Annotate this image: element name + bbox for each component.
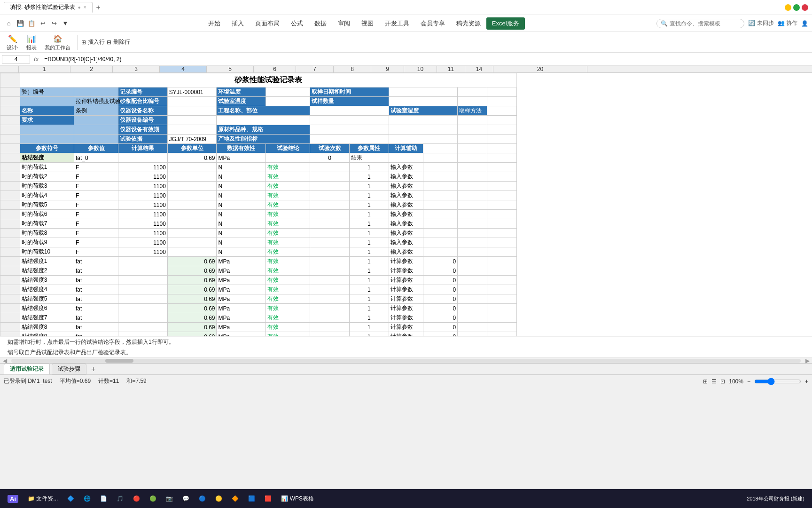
minimize-btn[interactable] (785, 4, 791, 11)
menu-insert[interactable]: 插入 (226, 17, 250, 30)
redo-icon[interactable]: ↪ (49, 18, 59, 29)
zoom-minus[interactable]: − (747, 378, 750, 385)
menu-excel-service[interactable]: Excel服务 (486, 17, 525, 30)
col-header-3[interactable]: 3 (113, 66, 160, 72)
menu-view[interactable]: 视图 (356, 17, 379, 30)
taskbar-file-btn[interactable]: 📁 文件资... (24, 493, 62, 505)
col-header-10[interactable]: 10 (404, 66, 437, 72)
cell-reference[interactable] (2, 55, 30, 64)
menu-formula[interactable]: 公式 (285, 17, 309, 30)
taskbar-app10[interactable]: 🟡 (211, 493, 226, 504)
scroll-track[interactable] (11, 359, 801, 363)
row-num[interactable] (0, 294, 20, 304)
delete-row-btn[interactable]: ⊟ 删除行 (107, 38, 130, 46)
col-header-1[interactable]: 1 (19, 66, 70, 72)
row-num[interactable] (0, 163, 20, 172)
row-num[interactable] (0, 182, 20, 191)
menu-review[interactable]: 审阅 (332, 17, 356, 30)
env-temp-value[interactable] (266, 87, 310, 97)
row-num[interactable] (0, 313, 20, 323)
menu-resources[interactable]: 稿壳资源 (451, 17, 486, 30)
horizontal-scrollbar[interactable]: ◀ ▶ (0, 357, 812, 363)
row-num[interactable] (0, 276, 20, 285)
row-num[interactable] (0, 172, 20, 182)
menu-layout[interactable]: 页面布局 (250, 17, 285, 30)
taskbar-app13[interactable]: 🟥 (261, 493, 275, 504)
taskbar-ai-btn[interactable]: Ai (4, 493, 22, 505)
zoom-slider[interactable] (754, 378, 801, 385)
taskbar-app6[interactable]: 🟢 (146, 493, 160, 504)
scroll-right-btn[interactable]: ▶ (803, 357, 812, 364)
menu-start[interactable]: 开始 (203, 17, 226, 30)
taskbar-app2[interactable]: 🌐 (80, 493, 94, 504)
row-num[interactable] (0, 153, 20, 163)
scroll-left-btn[interactable]: ◀ (0, 357, 9, 364)
sheet-tab-test-record[interactable]: 适用试验记录 (4, 364, 50, 374)
spreadsheet-body[interactable]: 砂浆性能试验记录表 验）编号 记录编号 SYJL-000001 环境温度 取样日… (0, 73, 812, 336)
view-normal-icon[interactable]: ⊞ (703, 378, 708, 385)
sample-date-value[interactable] (389, 87, 458, 97)
row-num[interactable] (0, 191, 20, 200)
row-num[interactable] (0, 332, 20, 337)
report-btn[interactable]: 📊 报表 (23, 32, 40, 52)
row-num[interactable] (0, 135, 20, 144)
row-num[interactable] (0, 116, 20, 125)
col-header-14[interactable]: 14 (465, 66, 493, 72)
taskbar-wps[interactable]: 📊 WPS表格 (277, 493, 318, 505)
design-btn[interactable]: ✏️ 设计· (4, 32, 21, 52)
search-input[interactable] (670, 20, 740, 27)
workspace-btn[interactable]: 🏠 我的工作台 (42, 32, 73, 52)
taskbar-app9[interactable]: 🔵 (195, 493, 210, 504)
user-icon[interactable]: 👤 (801, 20, 808, 27)
row-num[interactable] (0, 219, 20, 229)
row-num[interactable] (0, 304, 20, 313)
new-tab-btn[interactable]: + (94, 3, 102, 12)
taskbar-app4[interactable]: 🎵 (113, 493, 127, 504)
view-layout-icon[interactable]: ☰ (711, 378, 717, 385)
col-header-2[interactable]: 2 (70, 66, 113, 72)
col-header-9[interactable]: 9 (371, 66, 404, 72)
row-num[interactable] (0, 229, 20, 238)
row-num[interactable] (0, 87, 20, 97)
taskbar-app11[interactable]: 🔶 (228, 493, 242, 504)
taskbar-app1[interactable]: 🔷 (63, 493, 78, 504)
taskbar-app3[interactable]: 📄 (96, 493, 111, 504)
col-header-5[interactable]: 5 (207, 66, 254, 72)
zoom-plus[interactable]: + (805, 378, 808, 385)
record-no-value[interactable]: SYJL-000001 (167, 87, 217, 97)
row-num[interactable] (0, 247, 20, 257)
col-header-6[interactable]: 6 (254, 66, 296, 72)
dropdown-icon[interactable]: ▼ (60, 18, 70, 29)
row-num[interactable] (0, 210, 20, 219)
menu-devtools[interactable]: 开发工具 (379, 17, 415, 30)
search-box[interactable]: 🔍 (656, 19, 744, 28)
formula-input[interactable] (42, 56, 810, 63)
row-num[interactable] (0, 97, 20, 106)
taskbar-app12[interactable]: 🟦 (244, 493, 259, 504)
row-num[interactable] (0, 106, 20, 116)
row-num[interactable] (0, 285, 20, 294)
sheet-tab-test-steps[interactable]: 试验步骤 (52, 364, 86, 374)
taskbar-app7[interactable]: 📷 (162, 493, 177, 504)
row-num[interactable] (0, 144, 20, 153)
row-num[interactable] (0, 323, 20, 332)
view-page-icon[interactable]: ⊡ (720, 378, 725, 385)
col-header-7[interactable]: 7 (296, 66, 334, 72)
row-num[interactable] (0, 73, 20, 87)
collab-btn[interactable]: 👥 协作 (778, 19, 797, 27)
save-icon[interactable]: 💾 (15, 18, 25, 29)
row-num[interactable] (0, 200, 20, 210)
active-tab[interactable]: 填报: 砂浆性能试验记录表 ● × (4, 2, 93, 13)
add-sheet-btn[interactable]: + (88, 365, 98, 373)
col-header-4[interactable]: 4 (160, 66, 207, 72)
row-num[interactable] (0, 125, 20, 135)
row-num[interactable] (0, 238, 20, 247)
col-header-20[interactable]: 20 (493, 66, 587, 72)
taskbar-app8[interactable]: 💬 (179, 493, 193, 504)
col-header-8[interactable]: 8 (334, 66, 371, 72)
row-num[interactable] (0, 266, 20, 276)
menu-data[interactable]: 数据 (309, 17, 332, 30)
tab-close-x[interactable]: × (84, 5, 86, 10)
menu-member[interactable]: 会员专享 (415, 17, 451, 30)
scroll-thumb[interactable] (105, 359, 133, 363)
